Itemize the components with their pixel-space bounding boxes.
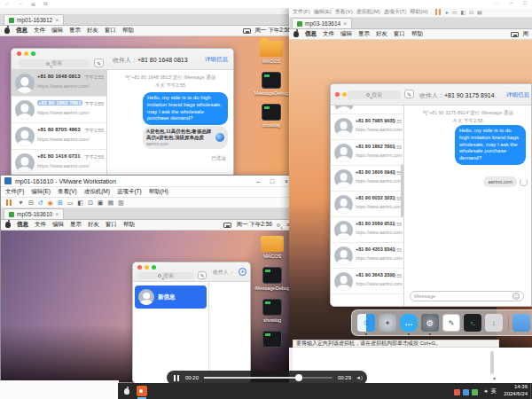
menu-item[interactable]: 选项卡(T) [117,188,142,196]
maximize-button[interactable]: □ [523,0,527,5]
apple-menu-icon[interactable] [293,31,299,37]
taskbar-clock[interactable]: 14:36 2024/6/24 [504,384,528,398]
minimize-traffic-light[interactable] [145,265,149,270]
seek-bar[interactable] [204,377,332,379]
conversation-row[interactable]: +81 80 1416 0731 下午2:55 https://www.aart… [12,150,106,176]
grid-view-icon[interactable]: ⊞ [31,1,35,7]
menu-item[interactable]: 帮助 [122,27,134,35]
minimize-button[interactable]: – [510,0,512,5]
minimize-button[interactable]: – [251,176,265,187]
conversation-row[interactable]: +81 80 1648 0813 下午2:55 https://www.aart… [12,70,106,97]
conversation-row[interactable]: +81 80 4353 8341 下午2:55 https://www.aart… [331,243,403,269]
compose-button[interactable]: ✎ [198,271,207,279]
menu-item[interactable]: 信息 [17,221,28,229]
conversation-row[interactable]: +81 90 6032 3221 下午2:55 https://www.aart… [331,192,403,217]
menu-item[interactable]: 信息 [305,30,317,38]
toolbar-icon[interactable]: ↺ [38,200,43,207]
close-traffic-light[interactable] [137,265,142,270]
menu-item[interactable]: 好友 [88,221,99,229]
dock-icon[interactable] [512,314,530,332]
dock-icon[interactable]: ✦ [379,314,396,332]
close-traffic-light[interactable] [17,51,21,56]
share-icon[interactable]: ⧉ [43,1,47,7]
menu-item[interactable]: 窗口 [106,221,117,229]
back-icon[interactable]: ← [4,1,10,7]
menu-item[interactable]: 好友 [376,30,387,38]
airplay-icon[interactable] [511,32,519,37]
menu-item[interactable]: 显示 [358,30,370,38]
details-link[interactable]: 详细信息 [205,56,228,64]
menu-item[interactable]: 文件 [34,27,45,35]
to-field[interactable]: 收件人：+81 90 3175 8914 [419,91,495,100]
menubar-clock[interactable]: 周一 下午2:56 [255,27,291,35]
menu-item[interactable]: 好友 [87,27,98,35]
tab-close-icon[interactable]: × [55,211,59,217]
menu-item[interactable]: 帮助 [411,30,423,38]
menu-item[interactable]: 虚拟机(M) [84,188,110,196]
menu-item[interactable]: 编辑 [340,30,352,38]
airplay-icon[interactable] [223,223,231,228]
apple-menu-icon[interactable] [4,27,10,34]
compose-button[interactable]: ✎ [404,90,414,98]
vm-tab[interactable]: mp03-163614 × [292,18,352,28]
apple-menu-icon[interactable] [5,222,11,228]
search-input[interactable]: 搜索 [137,272,194,279]
forward-icon[interactable]: → [18,1,23,7]
dock-icon[interactable]: ✎ [442,314,460,332]
toolbar-icon[interactable]: ▥ [118,200,124,207]
tray-icon[interactable] [463,389,469,395]
conversation-row[interactable]: +81 80 2089 9511 下午2:55 https://www.aart… [331,217,403,243]
toolbar-icon[interactable]: ⊞ [58,200,63,207]
conversation-row[interactable]: +81 80 1862 7801 下午2:55 https://www.aart… [331,140,403,166]
conversation-row[interactable]: +81 90 3643 2390 下午2:55 https://www.aart… [331,269,403,294]
zoom-traffic-light[interactable] [31,51,35,56]
desktop-icon[interactable]: showlog [252,104,291,128]
menu-item[interactable]: 窗口 [105,27,116,35]
panel-scrollbar[interactable] [490,351,494,374]
toolbar-icon[interactable]: ◉ [48,200,53,207]
compose-button[interactable]: ✎ [94,59,104,67]
see-more-button[interactable]: … [494,0,499,5]
messages-titlebar[interactable]: 搜索 ✎ 收件人：+81 80 1648 0813 详细信息 [12,49,233,70]
menu-item[interactable]: 编辑(E) [314,9,332,14]
messages-titlebar[interactable]: 搜索 ✎ 收件人： + [133,262,250,282]
messages-titlebar[interactable]: 搜索 ✎ 收件人：+81 90 3175 8914 详细信息 [331,84,531,106]
emoji-icon[interactable]: ☺ [512,293,520,300]
menu-item[interactable]: 编辑(E) [31,188,51,196]
scroll-down-icon[interactable]: ▾ [493,375,496,381]
to-field[interactable]: 收件人：+81 80 1648 0813 [113,56,188,65]
minimize-traffic-light[interactable] [24,51,28,56]
add-recipient-button[interactable]: + [239,268,246,276]
ime-indicator[interactable]: 英 [491,387,497,395]
search-input[interactable]: 搜索 [19,59,90,67]
conversation-row[interactable]: +81 80 8705 4863 下午2:55 https://www.aart… [12,123,106,150]
menu-item[interactable]: 查看(V) [58,188,77,196]
toolbar-icon[interactable]: ⊡ [469,9,473,15]
menu-item[interactable]: 帮助 [123,221,135,229]
menu-item[interactable]: 编辑 [52,221,64,229]
tray-icon[interactable] [454,389,460,395]
vm-tab[interactable]: mp01-163612 × [4,14,64,25]
pause-vm-button[interactable] [6,200,13,206]
toolbar-icon[interactable]: ⊟ [28,200,34,207]
dock-icon[interactable]: ⚙ [421,314,439,332]
desktop-icon[interactable]: MACOS [252,41,291,64]
toolbar-icon[interactable]: ◧ [77,200,83,207]
desktop-icon[interactable]: MACOS [253,236,292,259]
menu-item[interactable]: 文件 [323,30,334,38]
menubar-clock[interactable]: 周一 下午2:56 [236,221,271,229]
window-titlebar[interactable]: mp01-161610 - VMware Workstation – □ × [1,176,293,187]
toolbar-icon[interactable]: ▭ [67,200,74,207]
menu-item[interactable]: 编辑 [51,27,63,35]
tab-close-icon[interactable]: × [55,17,59,23]
menu-item[interactable]: 信息 [16,27,27,35]
menu-item[interactable]: 文件(F) [5,188,24,196]
link-preview-bubble[interactable]: A货包包,11高仿包包,奢侈品牌高仿a货包包,顶级原单品质 aartmt.com [143,126,228,149]
menu-item[interactable]: 帮助(H) [410,9,427,14]
volume-icon[interactable]: ◄) [356,375,363,380]
toolbar-icon[interactable]: ▭ [452,9,458,15]
conversation-row-partial[interactable] [331,106,403,114]
new-message-row[interactable]: 新信息 [135,286,207,309]
pause-vm-button[interactable] [435,9,442,15]
seek-knob[interactable] [295,374,302,381]
